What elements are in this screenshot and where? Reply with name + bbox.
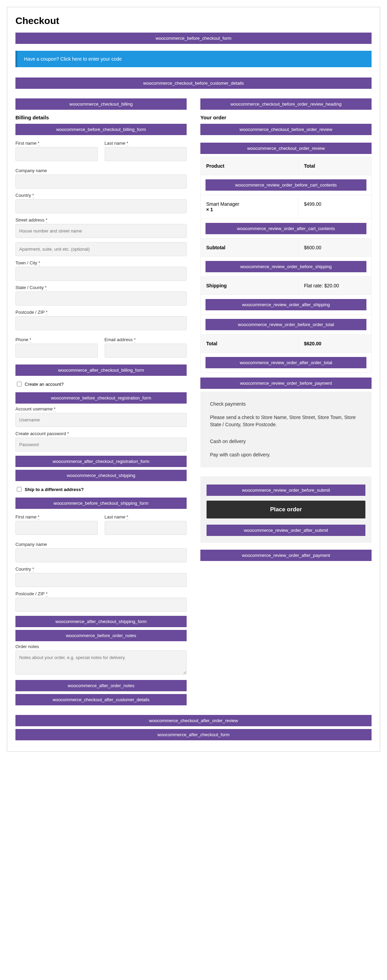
coupon-notice[interactable]: Have a coupon? Click here to enter your …	[16, 51, 371, 67]
order-total-row: Total $620.00	[201, 335, 371, 353]
billing-column: woocommerce_checkout_billing Billing det…	[16, 95, 186, 708]
hook-before-shipping-review: woocommerce_review_order_before_shipping	[205, 261, 366, 272]
place-order-button[interactable]: Place order	[207, 501, 365, 519]
shipping-last-name-input[interactable]	[105, 521, 187, 535]
hook-before-submit: woocommerce_review_order_before_submit	[207, 485, 365, 496]
hook-before-order-review: woocommerce_checkout_before_order_review	[201, 124, 371, 135]
order-notes-label: Order notes	[16, 644, 186, 649]
shipping-country-input[interactable]	[16, 573, 186, 587]
hook-after-checkout-form: woocommerce_after_checkout_form	[16, 729, 371, 740]
billing-country-label: Country *	[16, 193, 186, 198]
hook-order-review: woocommerce_checkout_order_review	[201, 143, 371, 154]
billing-town-input[interactable]	[16, 267, 186, 281]
hook-checkout-shipping: woocommerce_checkout_shipping	[16, 470, 186, 481]
hook-checkout-billing: woocommerce_checkout_billing	[16, 99, 186, 110]
account-password-label: Create account password *	[16, 431, 186, 436]
billing-company-input[interactable]	[16, 175, 186, 189]
hook-before-cart-contents: woocommerce_review_order_before_cart_con…	[205, 179, 366, 191]
hook-before-billing-form: woocommerce_before_checkout_billing_form	[16, 124, 186, 135]
billing-email-label: Email address *	[105, 337, 187, 342]
col-product-header: Product	[201, 157, 298, 175]
col-total-header: Total	[298, 157, 371, 175]
hook-before-payment: woocommerce_review_order_before_payment	[201, 377, 371, 389]
order-heading: Your order	[201, 115, 371, 120]
billing-first-name-label: First name *	[16, 141, 98, 146]
hook-after-registration-form: woocommerce_after_checkout_registration_…	[16, 456, 186, 467]
billing-country-input[interactable]	[16, 199, 186, 213]
billing-state-label: State / County *	[16, 285, 186, 290]
checkout-page: Checkout woocommerce_before_checkout_for…	[7, 7, 380, 752]
payment-check-desc: Please send a check to Store Name, Store…	[210, 414, 362, 428]
billing-town-label: Town / City *	[16, 260, 186, 266]
shipping-postcode-label: Postcode / ZIP *	[16, 591, 186, 596]
account-password-input[interactable]	[16, 438, 186, 452]
hook-before-checkout-form: woocommerce_before_checkout_form	[16, 33, 371, 44]
shipping-last-name-label: Last name *	[105, 514, 187, 520]
billing-street2-input[interactable]	[16, 242, 186, 256]
order-shipping-value: Flat rate: $20.00	[298, 277, 371, 294]
payment-check[interactable]: Check payments Please send a check to St…	[210, 401, 362, 428]
hook-before-customer-details: woocommerce_checkout_before_customer_det…	[16, 78, 371, 89]
order-total-label: Total	[201, 335, 298, 353]
billing-postcode-label: Postcode / ZIP *	[16, 310, 186, 315]
ship-different-checkbox[interactable]	[17, 487, 22, 492]
order-shipping-row: Shipping Flat rate: $20.00	[201, 277, 371, 295]
billing-email-input[interactable]	[105, 344, 187, 358]
hook-after-order-notes: woocommerce_after_order_notes	[16, 680, 186, 691]
shipping-first-name-input[interactable]	[16, 521, 98, 535]
hook-after-payment: woocommerce_review_order_after_payment	[201, 550, 371, 561]
order-total-value: $620.00	[298, 335, 371, 353]
billing-postcode-input[interactable]	[16, 316, 186, 330]
billing-last-name-label: Last name *	[105, 141, 187, 146]
create-account-checkbox[interactable]	[17, 382, 22, 387]
create-account-label: Create an account?	[25, 382, 64, 387]
order-subtotal-value: $600.00	[298, 239, 371, 256]
shipping-company-label: Company name	[16, 542, 186, 547]
hook-before-order-notes: woocommerce_before_order_notes	[16, 630, 186, 641]
order-table-header: Product Total	[201, 157, 371, 175]
hook-after-billing-form: woocommerce_after_checkout_billing_form	[16, 364, 186, 376]
billing-street1-input[interactable]	[16, 224, 186, 238]
order-notes-input[interactable]	[16, 651, 186, 675]
hook-after-shipping-form: woocommerce_after_checkout_shipping_form	[16, 616, 186, 627]
payment-methods: Check payments Please send a check to St…	[201, 391, 371, 468]
billing-first-name-input[interactable]	[16, 147, 98, 161]
hook-after-order-review: woocommerce_checkout_after_order_review	[16, 715, 371, 726]
shipping-first-name-label: First name *	[16, 514, 98, 520]
order-item-name: Smart Manager × 1	[201, 195, 298, 218]
hook-after-shipping-review: woocommerce_review_order_after_shipping	[205, 299, 366, 310]
billing-phone-label: Phone *	[16, 337, 98, 342]
hook-before-shipping-form: woocommerce_before_checkout_shipping_for…	[16, 498, 186, 509]
order-subtotal-row: Subtotal $600.00	[201, 239, 371, 257]
shipping-postcode-input[interactable]	[16, 598, 186, 612]
order-subtotal-label: Subtotal	[201, 239, 298, 256]
order-item-total: $499.00	[298, 195, 371, 218]
page-title: Checkout	[16, 16, 371, 26]
ship-different-label: Ship to a different address?	[25, 487, 84, 492]
shipping-company-input[interactable]	[16, 548, 186, 562]
hook-before-order-review-heading: woocommerce_checkout_before_order_review…	[201, 99, 371, 110]
payment-cod-title: Cash on delivery	[210, 438, 362, 445]
billing-company-label: Company name	[16, 168, 186, 173]
payment-cod-desc: Pay with cash upon delivery.	[210, 451, 362, 458]
billing-state-input[interactable]	[16, 291, 186, 305]
billing-street-label: Street address *	[16, 217, 186, 223]
billing-last-name-input[interactable]	[105, 147, 187, 161]
account-username-input[interactable]	[16, 413, 186, 427]
ship-different-row[interactable]: Ship to a different address?	[16, 486, 186, 493]
order-column: woocommerce_checkout_before_order_review…	[201, 95, 371, 708]
billing-heading: Billing details	[16, 115, 186, 120]
order-item-row: Smart Manager × 1 $499.00	[201, 195, 371, 219]
hook-after-customer-details: woocommerce_checkout_after_customer_deta…	[16, 694, 186, 705]
payment-cod[interactable]: Cash on delivery Pay with cash upon deli…	[210, 438, 362, 458]
billing-phone-input[interactable]	[16, 344, 98, 358]
hook-before-order-total: woocommerce_review_order_before_order_to…	[205, 319, 366, 330]
shipping-country-label: Country *	[16, 566, 186, 572]
order-shipping-label: Shipping	[201, 277, 298, 294]
hook-after-cart-contents: woocommerce_review_order_after_cart_cont…	[205, 223, 366, 234]
payment-check-title: Check payments	[210, 401, 362, 408]
hook-before-registration-form: woocommerce_before_checkout_registration…	[16, 392, 186, 404]
hook-after-submit: woocommerce_review_order_after_submit	[207, 525, 365, 536]
hook-after-order-total: woocommerce_review_order_after_order_tot…	[205, 357, 366, 368]
create-account-row[interactable]: Create an account?	[16, 380, 186, 388]
